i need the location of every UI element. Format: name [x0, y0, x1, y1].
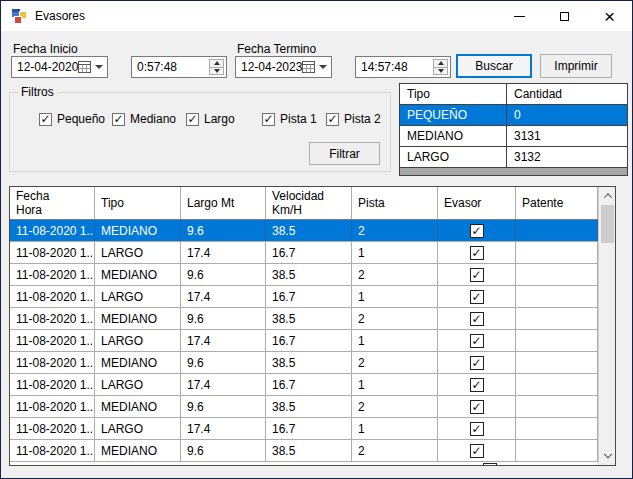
evasor-checkbox[interactable]: ✓: [470, 246, 484, 260]
grid-cell-velocidad: 38.5: [266, 396, 352, 417]
fecha-termino-date-value: 12-04-2023: [241, 60, 302, 74]
grid-cell-patente: [516, 330, 598, 351]
checkbox-label: Pista 2: [344, 112, 381, 126]
grid-cell-pista: 1: [352, 374, 438, 395]
grid-cell-tipo: MEDIANO: [95, 308, 181, 329]
spin-down-icon[interactable]: [210, 67, 223, 75]
summary-cell-cantidad: 3132: [507, 147, 627, 167]
grid-row[interactable]: 11-08-2020 1...MEDIANO9.638.52✓: [10, 264, 598, 286]
grid-header-cell[interactable]: Velocidad Km/H: [266, 187, 352, 219]
summary-row[interactable]: MEDIANO3131: [400, 126, 627, 147]
fecha-termino-time-picker[interactable]: 14:57:48: [355, 56, 451, 78]
evasor-checkbox[interactable]: ✓: [470, 290, 484, 304]
grid-vertical-scrollbar[interactable]: [598, 187, 615, 465]
grid-cell-patente: [516, 242, 598, 263]
grid-row[interactable]: 11-08-2020 1...MEDIANO9.638.52✓: [10, 220, 598, 242]
scrollbar-thumb[interactable]: [601, 205, 614, 243]
grid-cell-largo_mt: 9.6: [181, 352, 266, 373]
grid-row[interactable]: 11-08-2020 1...MEDIANO9.638.52✓: [10, 308, 598, 330]
grid-cell-fecha_hora: 11-08-2020 1...: [10, 418, 95, 439]
filter-checkbox-pequeño[interactable]: ✓Pequeño: [39, 112, 105, 126]
scroll-down-button[interactable]: [599, 448, 616, 465]
grid-row[interactable]: 11-08-2020 1...LARGO17.416.71✓: [10, 242, 598, 264]
fecha-inicio-time-picker[interactable]: 0:57:48: [131, 56, 227, 78]
grid-cell-largo_mt: 9.6: [181, 396, 266, 417]
evasor-checkbox[interactable]: ✓: [470, 268, 484, 282]
app-icon: [11, 8, 27, 24]
grid-cell-evasor: ✓: [438, 352, 516, 373]
checkbox-icon: ✓: [39, 113, 52, 126]
grid-row[interactable]: 11-08-2020 1...LARGO17.416.71✓: [10, 286, 598, 308]
grid-header-cell[interactable]: Pista: [352, 187, 438, 219]
summary-row[interactable]: LARGO3132: [400, 147, 627, 168]
evasor-checkbox[interactable]: ✓: [470, 444, 484, 458]
grid-cell-tipo: LARGO: [95, 286, 181, 307]
grid-cell-pista: 1: [352, 286, 438, 307]
scroll-up-button[interactable]: [599, 187, 616, 204]
grid-cell-largo_mt: 17.4: [181, 242, 266, 263]
filter-checkbox-largo[interactable]: ✓Largo: [186, 112, 235, 126]
summary-header: Tipo Cantidad: [400, 84, 627, 105]
filter-checkbox-pista-2[interactable]: ✓Pista 2: [326, 112, 381, 126]
grid-cell-evasor: ✓: [438, 220, 516, 241]
grid-cell-patente: [516, 220, 598, 241]
grid-row[interactable]: 11-08-2020 1...MEDIANO9.638.52✓: [10, 440, 598, 462]
evasor-checkbox[interactable]: ✓: [470, 378, 484, 392]
grid-row[interactable]: 11-08-2020 1...LARGO17.416.71✓: [10, 418, 598, 440]
close-button[interactable]: ×: [587, 1, 632, 31]
evasor-checkbox[interactable]: ✓: [470, 312, 484, 326]
filter-checkbox-mediano[interactable]: ✓Mediano: [112, 112, 176, 126]
grid-cell-evasor: ✓: [438, 308, 516, 329]
filtrar-button[interactable]: Filtrar: [309, 142, 380, 165]
grid-cell-patente: [516, 308, 598, 329]
grid-cell-patente: [516, 440, 598, 461]
time-spinner[interactable]: [209, 59, 224, 75]
maximize-button[interactable]: [542, 1, 587, 31]
evasor-checkbox[interactable]: ✓: [470, 334, 484, 348]
summary-cell-tipo: MEDIANO: [400, 126, 507, 146]
grid-cell-pista: 2: [352, 308, 438, 329]
grid-cell-pista: 2: [352, 440, 438, 461]
grid-header-cell[interactable]: Tipo: [95, 187, 181, 219]
grid-header-cell[interactable]: Largo Mt: [181, 187, 266, 219]
grid-cell-tipo: MEDIANO: [95, 352, 181, 373]
grid-cell-tipo: MEDIANO: [95, 264, 181, 285]
grid-cell-fecha_hora: 11-08-2020 1...: [10, 374, 95, 395]
grid-header-cell[interactable]: Evasor: [438, 187, 516, 219]
grid-cell-tipo: MEDIANO: [95, 220, 181, 241]
grid-cell-tipo: LARGO: [95, 330, 181, 351]
summary-cell-cantidad: 0: [507, 105, 627, 125]
app-window: Evasores × Fecha Inicio 12-04-2020 0:57:…: [0, 0, 633, 479]
summary-header-cantidad: Cantidad: [507, 84, 627, 104]
grid-row[interactable]: 11-08-2020 1...LARGO17.416.71✓: [10, 330, 598, 352]
window-title: Evasores: [35, 9, 85, 23]
chevron-up-icon: [603, 193, 611, 201]
buscar-button[interactable]: Buscar: [456, 54, 532, 78]
evasor-checkbox[interactable]: ✓: [470, 422, 484, 436]
grid-cell-fecha_hora: 11-08-2020 1...: [10, 308, 95, 329]
summary-row[interactable]: PEQUEÑO0: [400, 105, 627, 126]
evasor-checkbox[interactable]: ✓: [470, 400, 484, 414]
grid-cell-evasor: ✓: [438, 396, 516, 417]
grid-cell-velocidad: 38.5: [266, 440, 352, 461]
summary-cell-cantidad: 3131: [507, 126, 627, 146]
grid-row[interactable]: 11-08-2020 1...MEDIANO9.638.52✓: [10, 396, 598, 418]
grid-row[interactable]: 11-08-2020 1...LARGO17.416.71✓: [10, 374, 598, 396]
grid-cell-patente: [516, 264, 598, 285]
grid-cell-evasor: ✓: [438, 374, 516, 395]
fecha-termino-date-picker[interactable]: 12-04-2023: [235, 56, 332, 78]
imprimir-button[interactable]: Imprimir: [540, 54, 612, 78]
summary-cell-tipo: LARGO: [400, 147, 507, 167]
time-spinner[interactable]: [433, 59, 448, 75]
grid-row[interactable]: 11-08-2020 1...MEDIANO9.638.52✓: [10, 352, 598, 374]
grid-header-cell[interactable]: Patente: [516, 187, 598, 219]
evasor-checkbox[interactable]: ✓: [470, 356, 484, 370]
evasor-checkbox[interactable]: ✓: [470, 224, 484, 238]
minimize-button[interactable]: [497, 1, 542, 31]
grid-cell-fecha_hora: 11-08-2020 1...: [10, 352, 95, 373]
grid-cell-pista: 1: [352, 242, 438, 263]
grid-header-cell[interactable]: Fecha Hora: [10, 187, 95, 219]
spin-down-icon[interactable]: [434, 67, 447, 75]
filter-checkbox-pista-1[interactable]: ✓Pista 1: [262, 112, 317, 126]
fecha-inicio-date-picker[interactable]: 12-04-2020: [11, 56, 108, 78]
